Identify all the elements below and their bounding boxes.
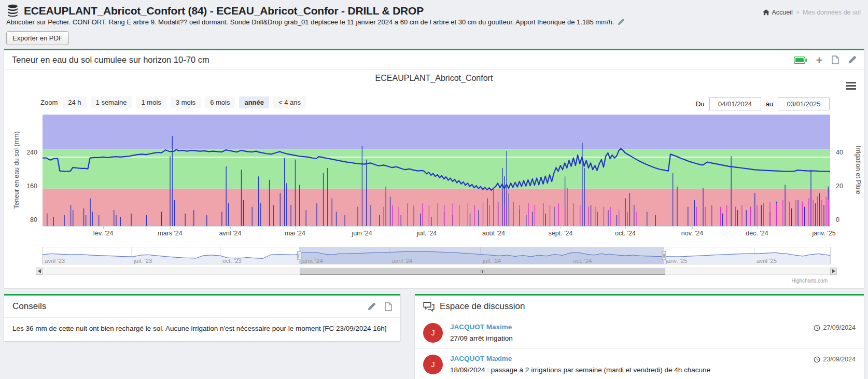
zoom-range-selector: Zoom 24 h1 semaine1 mois3 mois6 moisanné… bbox=[40, 96, 306, 108]
navigator-axis-label: oct. '23 bbox=[222, 258, 242, 264]
x-axis-tick bbox=[692, 226, 693, 229]
discussion-message-row: JJACQUOT Maxime18/09/2024 : passage à 2 … bbox=[415, 348, 864, 379]
navigator-axis-label: avril '25 bbox=[757, 258, 777, 264]
highcharts-credit[interactable]: Highcharts.com bbox=[792, 278, 828, 284]
x-axis-tick bbox=[230, 226, 231, 229]
breadcrumb-separator: > bbox=[796, 9, 800, 16]
comments-icon bbox=[423, 302, 435, 312]
zoom-button-6-mois[interactable]: 6 mois bbox=[205, 96, 235, 108]
navigator-axis-label: avril '24 bbox=[392, 258, 412, 264]
soil-water-chart-panel: Teneur en eau du sol cumulee sur horizon… bbox=[4, 49, 864, 288]
y-left-tick-label: 240 bbox=[4, 149, 37, 156]
file-icon[interactable] bbox=[832, 55, 839, 64]
zoom-button--4-ans[interactable]: < 4 ans bbox=[273, 96, 306, 108]
plot-band-excess bbox=[43, 115, 830, 149]
date-from-label: Du bbox=[696, 100, 705, 108]
x-axis-month-label: sept. '24 bbox=[549, 230, 573, 237]
message-timestamp: 27/09/2024 bbox=[814, 324, 856, 331]
clock-icon bbox=[814, 325, 820, 331]
conseils-panel: Conseils Les 36 mm de cette nuit ont bie… bbox=[4, 294, 400, 341]
discussion-title: Espace de discussion bbox=[440, 301, 525, 312]
x-axis-month-label: nov. '24 bbox=[681, 230, 703, 237]
edit-subtitle-pencil-icon[interactable] bbox=[618, 19, 624, 25]
export-pdf-button[interactable]: Exporter en PDF bbox=[6, 31, 69, 45]
discussion-panel: Espace de discussion JJACQUOT Maxime27/0… bbox=[415, 294, 864, 379]
navigator-handle[interactable] bbox=[298, 251, 301, 260]
scrollbar-track[interactable] bbox=[43, 268, 830, 275]
top-header: ECEAUPLANT_Abricot_Confort (84) - ECEAU_… bbox=[0, 0, 868, 45]
edit-panel-pencil-icon[interactable] bbox=[848, 56, 856, 64]
y-right-tick-label: 40 bbox=[836, 149, 843, 156]
x-axis-month-label: août '24 bbox=[482, 230, 505, 237]
navigator-handle[interactable] bbox=[662, 251, 666, 260]
chart-title: ECEAUPLANT_Abricot_Confort bbox=[4, 74, 864, 83]
clock-icon bbox=[814, 356, 820, 363]
x-axis-tick bbox=[170, 226, 171, 229]
database-icon bbox=[6, 4, 19, 17]
y-axis-title-left: Teneur en eau du sol (mm) bbox=[13, 131, 20, 208]
navigator-axis-label: juil. '23 bbox=[134, 258, 152, 264]
page-subtitle: Abricotier sur Pecher. CONFORT. Rang E a… bbox=[6, 18, 614, 26]
conseils-file-icon[interactable] bbox=[385, 302, 392, 311]
y-right-tick-label: 0 bbox=[836, 216, 839, 223]
zoom-label: Zoom bbox=[40, 99, 58, 106]
plot-area[interactable] bbox=[43, 115, 830, 227]
discussion-message-row: JJACQUOT Maxime27/09 arrêt irrigation27/… bbox=[415, 317, 864, 348]
x-axis-month-label: déc. '24 bbox=[746, 230, 768, 237]
breadcrumb: Accueil > Mes données de sol bbox=[763, 9, 861, 16]
avatar: J bbox=[423, 323, 443, 343]
highcharts-container: ECEAUPLANT_Abricot_Confort Zoom 24 h1 se… bbox=[4, 70, 864, 288]
x-axis-month-label: fév. '24 bbox=[93, 230, 114, 237]
x-axis-tick bbox=[561, 226, 561, 229]
message-timestamp: 23/09/2024 bbox=[814, 356, 856, 363]
date-range-controls: Du au bbox=[696, 97, 830, 110]
discussion-message-list: JJACQUOT Maxime27/09 arrêt irrigation27/… bbox=[415, 317, 864, 379]
main-plot-svg bbox=[43, 115, 830, 226]
navigator-axis-label: avril '23 bbox=[45, 258, 65, 264]
edit-conseils-pencil-icon[interactable] bbox=[368, 303, 375, 311]
date-to-label: au bbox=[766, 100, 773, 108]
scrollbar-right-arrow[interactable] bbox=[830, 268, 837, 275]
x-axis-month-label: juin '24 bbox=[352, 230, 372, 237]
x-axis-tick bbox=[494, 226, 494, 229]
message-author-link[interactable]: JACQUOT Maxime bbox=[450, 355, 856, 362]
date-to-input[interactable] bbox=[778, 97, 830, 110]
y-left-tick-label: 160 bbox=[4, 183, 37, 190]
battery-status-icon bbox=[794, 57, 807, 64]
home-icon bbox=[763, 9, 769, 16]
x-axis-tick bbox=[427, 226, 427, 229]
navigator-axis-label: oct. '24 bbox=[573, 258, 592, 264]
conseils-message: Les 36 mm de cette nuit ont bien recharg… bbox=[4, 317, 400, 341]
navigator[interactable]: avril '23juil. '23oct. '23janv. '24avril… bbox=[43, 247, 830, 264]
zoom-button-3-mois[interactable]: 3 mois bbox=[171, 96, 201, 108]
chart-context-menu-icon[interactable] bbox=[846, 82, 856, 91]
message-text: 18/09/2024 : passage à 2 irrigations par… bbox=[450, 366, 856, 374]
date-from-input[interactable] bbox=[709, 97, 761, 110]
navigator-axis-label: janv. '25 bbox=[666, 258, 688, 264]
conseils-title: Conseils bbox=[12, 301, 46, 312]
message-text: 27/09 arrêt irrigation bbox=[450, 334, 856, 342]
y-left-tick-label: 80 bbox=[4, 216, 37, 223]
add-widget-plus-icon[interactable]: + bbox=[816, 57, 822, 64]
x-axis-tick bbox=[625, 226, 626, 229]
chart-panel-title: Teneur en eau du sol cumulee sur horizon… bbox=[12, 55, 794, 65]
x-axis-tick bbox=[295, 226, 296, 229]
zoom-button-ann-e[interactable]: année bbox=[239, 96, 269, 108]
scrollbar-thumb[interactable] bbox=[300, 269, 665, 275]
plot-band-comfort bbox=[43, 149, 830, 189]
zoom-button-24-h[interactable]: 24 h bbox=[63, 96, 86, 108]
navigator-axis-label: janv. '24 bbox=[301, 258, 323, 264]
breadcrumb-home-link[interactable]: Accueil bbox=[763, 9, 793, 16]
y-right-tick-label: 20 bbox=[836, 183, 843, 190]
x-axis-month-label: juil. '24 bbox=[417, 230, 437, 237]
navigator-selected-mask[interactable] bbox=[299, 247, 664, 264]
x-axis-tick bbox=[824, 226, 824, 229]
y-axis-title-right: Irrigation et Pluie bbox=[855, 146, 862, 194]
breadcrumb-current: Mes données de sol bbox=[803, 9, 861, 16]
zoom-button-1-semaine[interactable]: 1 semaine bbox=[91, 96, 132, 108]
x-axis-month-label: mars '24 bbox=[158, 230, 183, 237]
scrollbar-left-arrow[interactable] bbox=[36, 268, 43, 275]
message-author-link[interactable]: JACQUOT Maxime bbox=[450, 323, 856, 331]
avatar: J bbox=[423, 355, 443, 374]
zoom-button-1-mois[interactable]: 1 mois bbox=[136, 96, 166, 108]
